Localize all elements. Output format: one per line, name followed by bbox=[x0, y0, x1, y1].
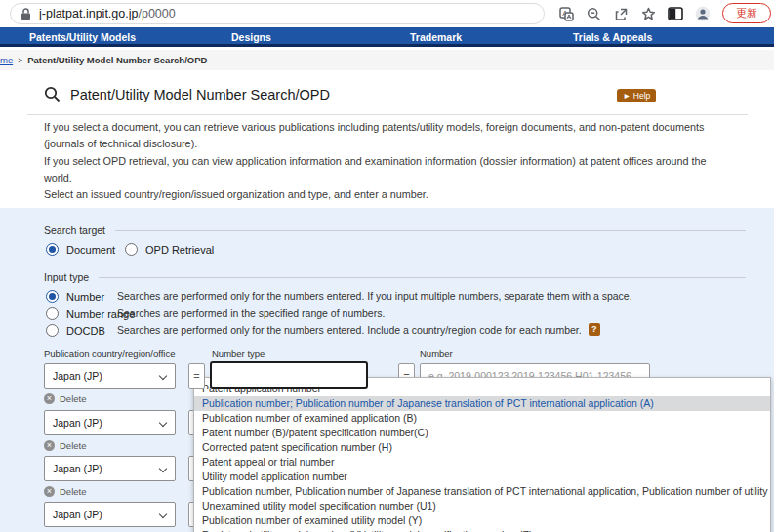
nav-trials[interactable]: Trials & Appeals bbox=[573, 27, 652, 47]
url-text: j-platpat.inpit.go.jp/p0000 bbox=[39, 7, 176, 20]
number-type-combobox-1[interactable] bbox=[210, 361, 368, 389]
main-nav: Patents/Utility Models Designs Trademark… bbox=[0, 27, 774, 47]
breadcrumb-separator: > bbox=[18, 56, 22, 65]
nav-patents[interactable]: Patents/Utility Models bbox=[29, 27, 136, 47]
translate-icon[interactable]: A bbox=[558, 6, 574, 21]
radio-number-control[interactable] bbox=[46, 290, 59, 303]
column-label-number-type: Number type bbox=[212, 348, 265, 359]
country-select-1[interactable]: Japan (JP) bbox=[44, 363, 176, 389]
page-title-row: Patent/Utility Model Number Search/OPD bbox=[44, 86, 330, 102]
radio-document[interactable]: Document bbox=[46, 243, 115, 256]
breadcrumb: me > Patent/Utility Model Number Search/… bbox=[0, 50, 774, 70]
chevron-down-icon bbox=[159, 465, 167, 472]
dropdown-option[interactable]: Publication number of examined utility m… bbox=[194, 513, 770, 528]
docdb-description: Searches are performed only for the numb… bbox=[117, 323, 600, 336]
dropdown-option[interactable]: Patent appeal or trial number bbox=[194, 455, 770, 470]
country-select-4[interactable]: Japan (JP) bbox=[44, 502, 176, 527]
breadcrumb-home-link[interactable]: me bbox=[0, 55, 13, 65]
browser-toolbar: A bbox=[547, 0, 711, 27]
number-range-description: Searches are performed in the specified … bbox=[117, 307, 385, 319]
dropdown-option[interactable]: Publication number; Publication number o… bbox=[194, 396, 770, 411]
input-type-label: Input type bbox=[44, 271, 89, 283]
description-line: Select an issued country/region/issued o… bbox=[44, 186, 727, 203]
url-path: /p0000 bbox=[138, 7, 175, 20]
nav-trademark[interactable]: Trademark bbox=[410, 27, 462, 47]
help-button[interactable]: ► Help bbox=[617, 89, 656, 102]
search-target-label: Search target bbox=[44, 225, 105, 236]
page-title: Patent/Utility Model Number Search/OPD bbox=[70, 87, 330, 102]
radio-number-label: Number bbox=[66, 291, 104, 303]
divider-line bbox=[99, 277, 746, 278]
country-select-2-value: Japan (JP) bbox=[53, 417, 102, 429]
dropdown-option[interactable]: Patent number (B)/patent specification n… bbox=[194, 426, 770, 440]
country-select-3[interactable]: Japan (JP) bbox=[44, 456, 176, 481]
title-divider bbox=[27, 114, 748, 115]
radio-opd-control[interactable] bbox=[125, 243, 138, 256]
browser-bar: j-platpat.inpit.go.jp/p0000 A 更新 bbox=[0, 0, 774, 27]
column-label-country: Publication country/region/office bbox=[44, 348, 176, 359]
search-target-header: Search target bbox=[44, 225, 746, 236]
docdb-description-text: Searches are performed only for the numb… bbox=[117, 324, 582, 336]
radio-document-control[interactable] bbox=[46, 243, 59, 256]
dropdown-option[interactable]: Registered utility model number (Y)/util… bbox=[194, 528, 770, 532]
delete-label: Delete bbox=[60, 393, 86, 404]
dropdown-option[interactable]: Corrected patent specification number (H… bbox=[194, 440, 770, 455]
country-select-1-value: Japan (JP) bbox=[53, 370, 102, 382]
number-type-dropdown: Patent application number Publication nu… bbox=[193, 377, 771, 532]
description-line: If you select a document, you can retrie… bbox=[44, 119, 727, 153]
delete-button-2[interactable]: Delete bbox=[44, 440, 86, 451]
radio-document-label: Document bbox=[66, 244, 115, 256]
divider-line bbox=[115, 230, 746, 231]
number-description: Searches are performed only for the numb… bbox=[117, 290, 632, 302]
profile-icon[interactable] bbox=[695, 6, 711, 21]
delete-icon bbox=[44, 440, 55, 451]
dropdown-option[interactable]: Publication number of examined applicati… bbox=[194, 411, 770, 426]
zoom-icon[interactable] bbox=[586, 6, 601, 21]
column-label-number: Number bbox=[420, 348, 453, 359]
bookmark-star-icon[interactable] bbox=[640, 6, 656, 21]
chevron-down-icon bbox=[159, 372, 167, 380]
side-panel-icon[interactable] bbox=[668, 6, 683, 21]
lock-icon[interactable] bbox=[20, 8, 31, 20]
description-line: If you select OPD retrieval, you can vie… bbox=[44, 153, 727, 187]
delete-button-3[interactable]: Delete bbox=[44, 486, 86, 497]
refresh-button[interactable]: 更新 bbox=[722, 3, 771, 23]
radio-opd-retrieval[interactable]: OPD Retrieval bbox=[125, 243, 214, 256]
country-select-3-value: Japan (JP) bbox=[53, 463, 102, 474]
radio-number[interactable]: Number bbox=[46, 290, 104, 303]
radio-docdb-label: DOCDB bbox=[66, 325, 105, 337]
screen: j-platpat.inpit.go.jp/p0000 A 更新 bbox=[0, 0, 774, 532]
delete-label: Delete bbox=[60, 440, 86, 451]
radio-opd-label: OPD Retrieval bbox=[145, 244, 214, 256]
radio-docdb-control[interactable] bbox=[46, 324, 59, 337]
nav-designs[interactable]: Designs bbox=[231, 27, 271, 47]
dropdown-option[interactable]: Utility model application number bbox=[194, 470, 770, 484]
delete-button-1[interactable]: Delete bbox=[44, 393, 86, 404]
page-description: If you select a document, you can retrie… bbox=[44, 119, 727, 203]
delete-icon bbox=[44, 393, 55, 404]
country-select-4-value: Japan (JP) bbox=[53, 509, 102, 520]
radio-docdb[interactable]: DOCDB bbox=[46, 324, 105, 337]
country-select-2[interactable]: Japan (JP) bbox=[44, 410, 176, 435]
question-help-icon[interactable]: ? bbox=[589, 323, 600, 336]
url-domain: j-platpat.inpit.go.jp bbox=[39, 7, 138, 20]
delete-icon bbox=[44, 486, 55, 497]
chevron-down-icon bbox=[159, 511, 167, 518]
input-type-header: Input type bbox=[44, 271, 746, 283]
dropdown-option[interactable]: Unexamined utility model specification n… bbox=[194, 499, 770, 513]
dropdown-option[interactable]: Publication number, Publication number o… bbox=[194, 484, 770, 499]
chevron-down-icon bbox=[159, 419, 167, 427]
share-icon[interactable] bbox=[613, 6, 629, 21]
url-bar[interactable]: j-platpat.inpit.go.jp/p0000 bbox=[10, 3, 545, 24]
radio-number-range-control[interactable] bbox=[46, 307, 59, 320]
breadcrumb-current: Patent/Utility Model Number Search/OPD bbox=[27, 55, 207, 65]
equals-icon bbox=[188, 363, 205, 389]
search-icon bbox=[44, 86, 61, 102]
delete-label: Delete bbox=[60, 486, 86, 497]
